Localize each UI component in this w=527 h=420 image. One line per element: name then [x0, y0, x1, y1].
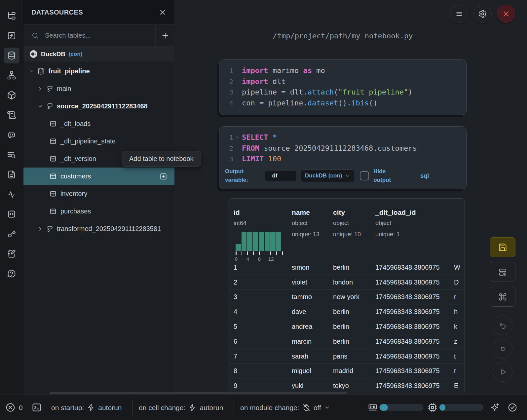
tree-item-label: fruit_pipeline [48, 67, 90, 75]
terminal-button[interactable] [31, 402, 42, 413]
toggle-on-cell-change[interactable]: on cell change:autorun [139, 403, 223, 412]
column-name[interactable]: _dlt_load_id [375, 209, 416, 216]
table-cell: 1745968348.3806975 [375, 308, 440, 316]
tree-item-_dlt_loads[interactable]: _dlt_loads [23, 115, 174, 133]
save-button[interactable] [490, 237, 515, 257]
table-row[interactable]: 4daveberlin1745968348.3806975h [228, 304, 465, 319]
horizontal-scrollbar[interactable] [50, 392, 347, 394]
activity-icon [7, 190, 16, 199]
check-circle-icon [508, 402, 517, 412]
column-unique-count: unique: 1 [375, 231, 400, 238]
tree-item-main[interactable]: main [23, 80, 174, 97]
table-cell: 6 [234, 337, 237, 345]
zap-icon [87, 403, 95, 412]
id-histogram[interactable]: 04812 [236, 232, 285, 262]
column-name[interactable]: name [292, 209, 310, 216]
cpu-indicator [428, 402, 437, 412]
stop-button[interactable] [493, 339, 512, 359]
table-row[interactable]: 6marcinberlin1745968348.3806975z [228, 334, 465, 349]
tree-item-source_202504291112283468[interactable]: source_202504291112283468 [23, 97, 174, 115]
toggle-label: on startup: [51, 403, 84, 411]
settings-button[interactable] [473, 5, 492, 23]
table-cell: tammo [292, 293, 312, 301]
output-variable-input[interactable]: _df [265, 171, 296, 181]
table-cell: london [333, 278, 353, 286]
undo-button[interactable] [493, 316, 512, 335]
tree-item-purchases[interactable]: purchases [23, 203, 174, 220]
hide-output-checkbox[interactable] [360, 171, 369, 180]
search-input[interactable] [44, 31, 155, 40]
rail-item-snippets[interactable] [4, 206, 19, 222]
table-cell: yuki [292, 382, 304, 390]
tree-item-customers[interactable]: customers [23, 168, 174, 185]
add-table-to-notebook-icon[interactable] [160, 172, 167, 180]
memory-indicator [368, 402, 378, 412]
schema-icon [46, 85, 53, 93]
toggle-label: on module change: [240, 403, 299, 411]
toggle-on-startup[interactable]: on startup:autorun [51, 403, 122, 412]
rail-item-datasources[interactable] [4, 48, 19, 63]
toggle-label: on cell change: [139, 403, 185, 411]
table-cell: 1745968348.3806975 [375, 278, 440, 286]
tree-item-_dlt_pipeline_state[interactable]: _dlt_pipeline_state [23, 133, 174, 150]
tree-item-transformed_202504291112283581[interactable]: transformed_202504291112283581 [23, 220, 174, 238]
rail-item-tracing[interactable] [4, 186, 19, 202]
rail-item-dependencies[interactable] [4, 67, 19, 83]
code-line: 3LIMIT 100 [219, 154, 466, 165]
error-indicator[interactable]: 0 [5, 402, 23, 413]
column-name[interactable]: id [234, 209, 240, 216]
add-datasource-button[interactable] [155, 25, 174, 46]
engine-select-dropdown[interactable]: DuckDB (con) [301, 170, 355, 182]
table-row[interactable]: 9yukitokyo1745968348.3806975E [228, 378, 465, 393]
layout-icon [498, 268, 507, 277]
layout-button[interactable] [490, 262, 515, 282]
table-row[interactable]: 7sarahparis1745968348.3806975t [228, 349, 465, 364]
menu-button[interactable] [450, 5, 468, 23]
engine-row-duckdb[interactable]: DuckDB (con) [23, 47, 174, 61]
tree-item-fruit_pipeline[interactable]: fruit_pipeline [23, 62, 174, 80]
divider [411, 168, 411, 184]
sql-cell[interactable]: 1SELECT *2FROM source_202504291112283468… [219, 126, 467, 189]
table-row[interactable]: 8miguelmadrid1745968348.3806975r [228, 364, 465, 379]
table-cell: marcin [292, 337, 312, 345]
table-row[interactable]: 5andreaberlin1745968348.3806975k [228, 319, 465, 334]
connection-status[interactable] [508, 402, 517, 412]
rail-item-logs[interactable] [4, 147, 19, 163]
table-row[interactable]: 1simonberlin1745968348.3806975W [228, 260, 465, 275]
help-circle-icon [7, 269, 16, 278]
menu-icon [455, 10, 464, 18]
results-table[interactable]: idint6404812nameobjectunique: 13cityobje… [228, 198, 465, 394]
tree-item-inventory[interactable]: inventory [23, 185, 174, 203]
rail-item-scratchpad[interactable] [4, 246, 19, 262]
table-cell: z [454, 337, 457, 345]
column-name[interactable]: city [333, 209, 345, 216]
rail-item-help[interactable] [4, 266, 19, 282]
close-panel-icon[interactable] [159, 8, 167, 16]
table-row[interactable]: 2violetlondon1745968348.3806975D [228, 275, 465, 290]
sparkles-icon [490, 402, 500, 412]
code-line: 4con = pipeline.dataset().ibis() [219, 98, 466, 109]
run-button[interactable] [493, 362, 512, 382]
undo-icon [498, 321, 507, 330]
shutdown-button[interactable] [497, 5, 515, 23]
notebook-path: /tmp/project/path/my_notebook.py [219, 32, 467, 40]
rail-item-variables[interactable] [4, 28, 19, 44]
rail-item-secrets[interactable] [4, 226, 19, 242]
rail-item-packages[interactable] [4, 87, 19, 103]
keyboard-shortcuts-button[interactable] [490, 287, 515, 307]
x-circle-icon [5, 402, 16, 413]
rail-item-files[interactable] [4, 8, 19, 24]
ai-assistant-button[interactable] [490, 402, 500, 412]
toggle-state: off [314, 403, 321, 411]
rail-item-chat[interactable] [4, 127, 19, 143]
table-row[interactable]: 3tammonew york1745968348.3806975r [228, 290, 465, 305]
table-cell: 1745968348.3806975 [375, 293, 440, 301]
table-cell: E [454, 382, 458, 390]
rail-item-documentation[interactable] [4, 107, 19, 123]
rail-item-outline[interactable] [4, 167, 19, 182]
plus-icon [161, 31, 169, 40]
toggle-on-module-change[interactable]: on module change:off [240, 403, 330, 412]
python-code-cell[interactable]: 1import marimo as mo2import dlt3pipeline… [219, 59, 467, 115]
list-search-icon [7, 150, 16, 159]
table-cell: 1745968348.3806975 [375, 263, 440, 271]
